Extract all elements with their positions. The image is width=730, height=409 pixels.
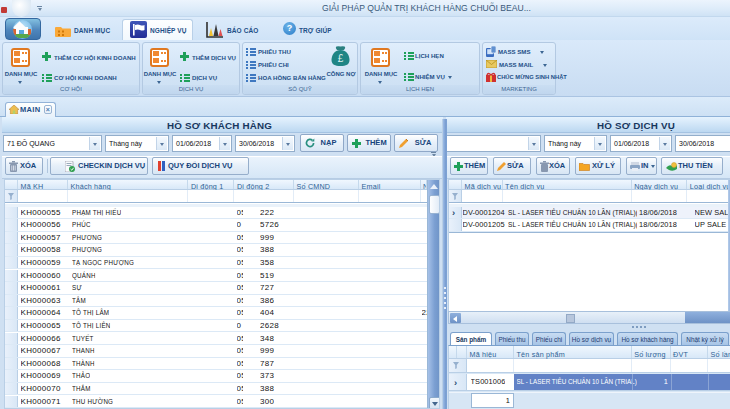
svg-text:£: £	[338, 53, 344, 64]
